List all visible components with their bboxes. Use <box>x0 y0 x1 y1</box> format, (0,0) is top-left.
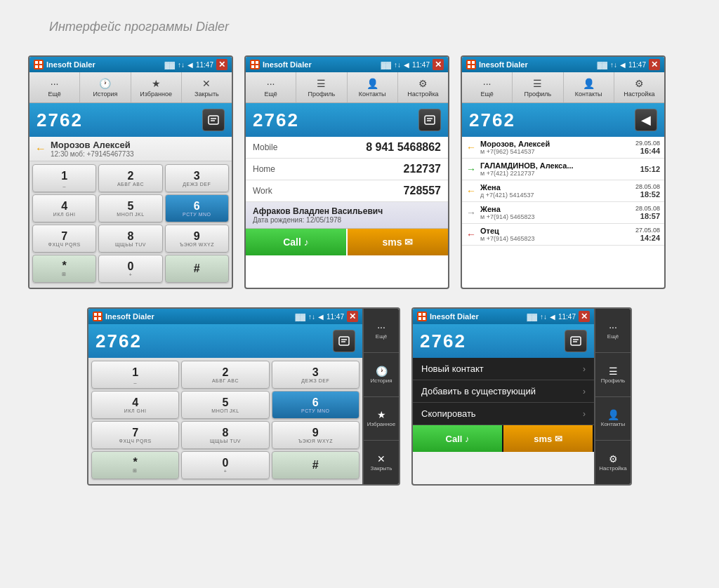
signal-icon-5: ▓▓ <box>527 313 537 321</box>
phone-mobile[interactable]: Mobile 8 941 5468862 <box>246 137 448 159</box>
title-bar-left-3: Inesoft Dialer <box>466 60 528 69</box>
key4-8[interactable]: 8ЩЩЬЫ TUV <box>181 421 269 449</box>
svg-rect-0 <box>35 61 38 64</box>
key-1[interactable]: 1_ <box>32 164 96 192</box>
call-button-2[interactable]: Call ♪ <box>246 229 348 255</box>
key-2[interactable]: 2АБВГ ABC <box>98 164 162 192</box>
sidebar5-settings[interactable]: ⚙ Настройка <box>595 441 631 484</box>
sms-button-5[interactable]: sms ✉ <box>503 425 594 452</box>
sidebar5-contacts[interactable]: 👤 Контакты <box>595 397 631 441</box>
key4-hash[interactable]: # <box>272 451 360 479</box>
svg-rect-18 <box>94 313 97 316</box>
antenna-icon-5: ↑↓ <box>540 313 547 321</box>
key-9[interactable]: 9ЪЭЮЯ WXYZ <box>165 225 229 253</box>
svg-rect-20 <box>94 317 97 320</box>
toolbar-contacts-2[interactable]: 👤 Контакты <box>348 72 398 102</box>
toolbar-close-1[interactable]: ✕ Закрыть <box>182 72 232 102</box>
key4-4[interactable]: 4ИКЛ GHI <box>91 391 179 419</box>
key-4[interactable]: 4ИКЛ GHI <box>32 194 96 222</box>
key4-9[interactable]: 9ЪЭЮЯ WXYZ <box>272 421 360 449</box>
key-8[interactable]: 8ЩЩЬЫ TUV <box>98 225 162 253</box>
key-7[interactable]: 7ФХЦЧ PQRS <box>32 225 96 253</box>
settings-icon-3: ⚙ <box>635 78 644 89</box>
sidebar5-profile[interactable]: ☰ Профиль <box>595 353 631 397</box>
history-name-2: Жена <box>480 183 633 192</box>
toolbar-profile-3[interactable]: ☰ Профиль <box>513 72 563 102</box>
app-name-3: Inesoft Dialer <box>479 60 528 69</box>
key4-0[interactable]: 0+ <box>181 451 269 479</box>
display-btn-1[interactable] <box>202 109 225 131</box>
display-btn-4[interactable] <box>333 330 355 352</box>
display-number-1: 2762 <box>37 109 83 131</box>
history-item-4[interactable]: ← Отец м +7(914) 5465823 27.05.08 14:24 <box>462 224 664 246</box>
close-button-3[interactable]: ✕ <box>649 59 660 70</box>
key-star[interactable]: *⊞ <box>32 255 96 283</box>
key4-3[interactable]: 3ДЕЖЗ DEF <box>272 361 360 389</box>
key-3[interactable]: 3ДЕЖЗ DEF <box>165 164 229 192</box>
history-name-4: Отец <box>480 227 633 235</box>
menu-item-copy[interactable]: Скопировать › <box>413 403 594 425</box>
more-label-2: Ещё <box>264 91 277 98</box>
title-bar-4: Inesoft Dialer ▓▓ ↑↓ ◀ 11:47 ✕ <box>88 309 362 324</box>
history-name-3: Жена <box>480 205 633 213</box>
sms-button-2[interactable]: sms ✉ <box>348 229 448 255</box>
toolbar-settings-2[interactable]: ⚙ Настройка <box>398 72 448 102</box>
history-item-3[interactable]: → Жена м +7(914) 5465823 28.05.08 18:57 <box>462 202 664 224</box>
phone-home[interactable]: Home 212737 <box>246 159 448 180</box>
recent-call-info-1: Морозов Алексей 12:30 моб: +79145467733 <box>51 140 226 158</box>
menu-item-add-existing[interactable]: Добавить в существующий › <box>413 380 594 403</box>
sidebar5-more[interactable]: ··· Ещё <box>595 309 631 353</box>
sidebar4-favorites[interactable]: ★ Избранное <box>364 397 399 441</box>
toolbar-contacts-3[interactable]: 👤 Контакты <box>564 72 614 102</box>
display-btn-2[interactable] <box>418 109 441 131</box>
contacts-icon-2: 👤 <box>367 78 378 89</box>
sidebar4-close[interactable]: ✕ Закрыть <box>364 441 399 484</box>
history-item-2[interactable]: ← Жена д +7(421) 5414537 28.05.08 18:52 <box>462 180 664 202</box>
history-date-col-0: 29.05.08 16:44 <box>635 140 660 155</box>
title-bar-1: Inesoft Dialer ▓▓ ↑↓ ◀ 11:47 ✕ <box>29 57 232 72</box>
toolbar-more-2[interactable]: ··· Ещё <box>246 72 296 102</box>
history-item-0[interactable]: ← Морозов, Алексей м +7(962) 5414537 29.… <box>462 137 664 159</box>
display-5: 2762 <box>413 324 594 358</box>
signal-icon-4: ▓▓ <box>295 313 305 321</box>
menu-item-new-contact[interactable]: Новый контакт › <box>413 358 594 380</box>
call-button-5[interactable]: Call ♪ <box>413 425 503 452</box>
recent-call-1: ← Морозов Алексей 12:30 моб: +7914546773… <box>29 137 232 161</box>
key-hash[interactable]: # <box>165 255 229 283</box>
sidebar4-more[interactable]: ··· Ещё <box>364 309 399 353</box>
screen3-history: Inesoft Dialer ▓▓ ↑↓ ◀ 11:47 ✕ ··· Ещё ☰ <box>461 55 666 289</box>
key4-1[interactable]: 1_ <box>91 361 179 389</box>
key4-star[interactable]: *⊞ <box>91 451 179 479</box>
windows-logo-2 <box>250 60 260 69</box>
key4-2[interactable]: 2АБВГ ABC <box>181 361 269 389</box>
title-bar-icons-1: ▓▓ ↑↓ ◀ 11:47 ✕ <box>164 59 227 70</box>
contacts-label-3: Контакты <box>575 91 602 98</box>
close-button-4[interactable]: ✕ <box>347 311 358 322</box>
toolbar-history-1[interactable]: 🕐 История <box>80 72 131 102</box>
display-back-3[interactable]: ◀ <box>635 109 657 131</box>
display-btn-5[interactable] <box>565 330 587 352</box>
toolbar-more-1[interactable]: ··· Ещё <box>29 72 80 102</box>
key4-7[interactable]: 7ФХЦЧ PQRS <box>91 421 179 449</box>
sidebar-4: ··· Ещё 🕐 История ★ Избранное ✕ Закрыть <box>362 309 399 484</box>
key4-6[interactable]: 6РСТУ MNO <box>272 391 360 419</box>
arrow-icon-0: ← <box>466 142 477 153</box>
key-5[interactable]: 5МНОП JKL <box>98 194 162 222</box>
key-6[interactable]: 6РСТУ MNO <box>165 194 229 222</box>
close-button-5[interactable]: ✕ <box>579 311 590 322</box>
home-number: 212737 <box>404 163 441 175</box>
recent-call-detail-1: 12:30 моб: +79145467733 <box>51 150 226 158</box>
close-button-1[interactable]: ✕ <box>216 59 227 70</box>
key-0[interactable]: 0+ <box>98 255 162 283</box>
contact-name-2: Афраков Владлен Васильевич <box>253 206 441 216</box>
key4-5[interactable]: 5МНОП JKL <box>181 391 269 419</box>
close-button-2[interactable]: ✕ <box>433 59 444 70</box>
toolbar-more-3[interactable]: ··· Ещё <box>462 72 513 102</box>
volume-icon-5: ◀ <box>550 313 555 321</box>
toolbar-profile-2[interactable]: ☰ Профиль <box>296 72 347 102</box>
toolbar-settings-3[interactable]: ⚙ Настройка <box>614 72 664 102</box>
history-item-1[interactable]: → ГАЛАМДИНОВ, Алекса... м +7(421) 221273… <box>462 159 664 180</box>
toolbar-favorites-1[interactable]: ★ Избранное <box>131 72 182 102</box>
sidebar4-history[interactable]: 🕐 История <box>364 353 399 397</box>
phone-work[interactable]: Work 728557 <box>246 180 448 202</box>
